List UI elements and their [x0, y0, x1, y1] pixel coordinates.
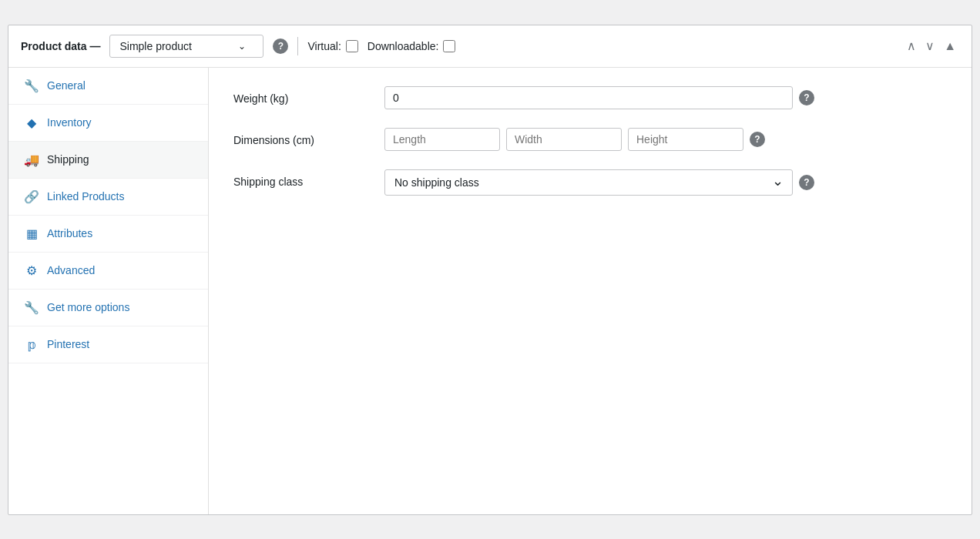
sidebar-item-linked-products[interactable]: 🔗 Linked Products	[8, 179, 208, 216]
shipping-class-select[interactable]: No shipping class Standard Express Freig…	[384, 169, 793, 196]
shipping-class-select-wrapper: No shipping class Standard Express Freig…	[384, 169, 793, 196]
panel-title: Product data —	[21, 40, 100, 52]
gear-icon: ⚙	[24, 263, 39, 278]
panel-dash: —	[89, 40, 100, 52]
sidebar-item-attributes[interactable]: ▦ Attributes	[8, 216, 208, 253]
dimensions-label: Dimensions (cm)	[233, 128, 372, 146]
weight-row: Weight (kg) ?	[233, 86, 947, 109]
shipping-class-control-group: No shipping class Standard Express Freig…	[384, 169, 947, 196]
panel-collapse-up-button[interactable]: ∧	[904, 37, 919, 55]
sidebar-item-advanced-label: Advanced	[47, 264, 95, 276]
downloadable-label: Downloadable:	[368, 40, 439, 52]
pinterest-icon: 𝕡	[24, 337, 39, 352]
sidebar-item-pinterest[interactable]: 𝕡 Pinterest	[8, 326, 208, 363]
dimensions-control-group: ?	[384, 128, 947, 151]
plugin-icon: 🔧	[24, 300, 39, 315]
sidebar-item-advanced[interactable]: ⚙ Advanced	[8, 253, 208, 290]
wrench-icon: 🔧	[24, 79, 39, 93]
attributes-icon: ▦	[24, 226, 39, 241]
weight-help-icon[interactable]: ?	[799, 90, 814, 105]
panel-title-text: Product data	[21, 40, 87, 52]
dimensions-row: Dimensions (cm) ?	[233, 128, 947, 151]
sidebar-item-shipping-label: Shipping	[47, 153, 89, 166]
sidebar-item-get-more-options[interactable]: 🔧 Get more options	[8, 290, 208, 326]
weight-input[interactable]	[384, 86, 793, 109]
sidebar-item-get-more-options-label: Get more options	[47, 301, 129, 313]
shipping-class-row: Shipping class No shipping class Standar…	[233, 169, 947, 196]
virtual-checkbox-group: Virtual:	[307, 40, 357, 52]
panel-toggle-button[interactable]: ▲	[941, 37, 959, 55]
shipping-class-help-icon[interactable]: ?	[799, 175, 814, 190]
height-input[interactable]	[628, 128, 743, 151]
weight-control-group: ?	[384, 86, 947, 109]
weight-label: Weight (kg)	[233, 86, 372, 105]
panel-body: 🔧 General ◆ Inventory 🚚 Shipping 🔗 Linke…	[8, 68, 972, 514]
product-type-select[interactable]: Simple product ⌄	[109, 35, 263, 58]
width-input[interactable]	[506, 128, 622, 151]
sidebar-item-attributes-label: Attributes	[47, 227, 92, 239]
dimensions-help-icon[interactable]: ?	[750, 132, 765, 147]
panel-header: Product data — Simple product ⌄ ? Virtua…	[8, 25, 972, 68]
link-icon: 🔗	[24, 189, 39, 204]
product-data-panel: Product data — Simple product ⌄ ? Virtua…	[8, 25, 972, 515]
sidebar-item-pinterest-label: Pinterest	[47, 338, 89, 350]
truck-icon: 🚚	[24, 152, 39, 167]
downloadable-checkbox[interactable]	[443, 40, 455, 52]
product-type-label: Simple product	[119, 40, 191, 52]
sidebar-item-shipping[interactable]: 🚚 Shipping	[8, 142, 208, 179]
shipping-form: Weight (kg) ? Dimensions (cm) ? Shipping	[209, 68, 972, 514]
panel-controls: ∧ ∨ ▲	[904, 37, 959, 55]
sidebar-item-inventory-label: Inventory	[47, 116, 92, 129]
sidebar-item-inventory[interactable]: ◆ Inventory	[8, 105, 208, 142]
downloadable-checkbox-group: Downloadable:	[368, 40, 456, 52]
header-separator	[297, 37, 298, 55]
inventory-icon: ◆	[24, 116, 39, 130]
product-type-help-icon[interactable]: ?	[273, 38, 288, 54]
shipping-class-label: Shipping class	[233, 169, 372, 188]
length-input[interactable]	[384, 128, 500, 151]
virtual-label: Virtual:	[307, 40, 341, 52]
sidebar-item-linked-products-label: Linked Products	[47, 190, 124, 203]
sidebar-item-general[interactable]: 🔧 General	[8, 68, 208, 105]
sidebar: 🔧 General ◆ Inventory 🚚 Shipping 🔗 Linke…	[8, 68, 209, 514]
virtual-checkbox[interactable]	[346, 40, 358, 52]
product-type-chevron-icon: ⌄	[238, 41, 246, 52]
panel-collapse-down-button[interactable]: ∨	[922, 37, 938, 55]
sidebar-item-general-label: General	[47, 79, 86, 92]
